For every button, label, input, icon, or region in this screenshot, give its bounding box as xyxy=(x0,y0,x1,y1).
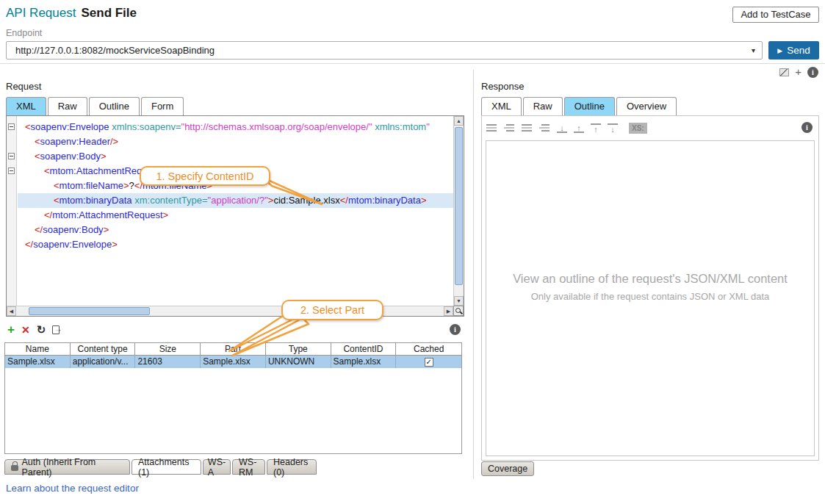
endpoint-label: Endpoint xyxy=(6,28,42,38)
code-token: < xyxy=(35,151,40,162)
delete-attachment-icon[interactable]: ✕ xyxy=(21,324,30,336)
horizontal-scrollbar-thumb[interactable] xyxy=(29,307,150,315)
code-token: < xyxy=(54,180,60,191)
code-token: < xyxy=(25,121,31,132)
vertical-scrollbar[interactable]: ▲ ▼ xyxy=(453,116,464,306)
code-token: soapenv:Header xyxy=(40,136,110,147)
code-line: <soapenv:Header/> xyxy=(18,134,453,149)
outline-lines-indent-icon[interactable] xyxy=(504,123,515,132)
code-token: /> xyxy=(110,136,118,147)
zoom-corner-button[interactable] xyxy=(453,306,464,316)
code-token: soapenv:Body xyxy=(43,224,103,235)
export-attachment-icon[interactable] xyxy=(52,325,60,334)
code-token: > xyxy=(104,224,109,235)
tab-headers[interactable]: Headers (0) xyxy=(267,459,317,475)
scroll-right-icon[interactable]: ▶ xyxy=(444,306,453,316)
magnifier-icon xyxy=(455,308,462,314)
tab-raw[interactable]: Raw xyxy=(48,97,87,115)
tab-attachments[interactable]: Attachments (1) xyxy=(132,459,201,475)
fold-toggle-icon[interactable] xyxy=(8,168,15,174)
code-token: " xyxy=(426,121,430,132)
fold-margin xyxy=(7,116,17,306)
header-divider xyxy=(0,63,825,64)
collapse-up-icon[interactable]: ↑ xyxy=(574,123,584,133)
cell-content-type: application/v... xyxy=(71,356,136,368)
request-editor-window: API RequestSend File Add to TestCase End… xyxy=(0,0,825,504)
code-token: xmlns:mtom xyxy=(375,121,426,132)
tab-outline[interactable]: Outline xyxy=(89,97,140,115)
scroll-left-icon[interactable]: ◀ xyxy=(7,306,16,316)
code-token: soapenv:Body xyxy=(40,151,101,162)
expand-down-icon[interactable]: ↓ xyxy=(557,123,567,133)
scroll-up-icon[interactable]: ▲ xyxy=(454,116,464,126)
outline-lines-full-icon[interactable] xyxy=(522,123,533,132)
tab-auth-label: Auth (Inherit From Parent) xyxy=(22,457,123,478)
request-header-icons: + xyxy=(770,66,818,78)
code-line: <soapenv:Body> xyxy=(18,149,453,164)
xml-code-lines[interactable]: <soapenv:Envelope xmlns:soapenv="http://… xyxy=(18,116,453,306)
tab-form[interactable]: Form xyxy=(141,97,184,115)
add-attachment-icon[interactable]: + xyxy=(7,324,15,336)
code-token: ? xyxy=(129,180,134,191)
resp-tab-raw[interactable]: Raw xyxy=(523,97,563,115)
tab-xml[interactable]: XML xyxy=(6,97,46,115)
add-to-testcase-button[interactable]: Add to TestCase xyxy=(732,7,819,23)
xs-toggle[interactable]: XS: xyxy=(629,123,647,134)
resp-tab-overview[interactable]: Overview xyxy=(616,97,677,115)
code-token: > xyxy=(112,239,118,250)
callout-specify-contentid: 1. Specify ContentID xyxy=(140,166,270,186)
code-token: "http://schemas.xmlsoap.org/soap/envelop… xyxy=(181,121,372,132)
code-token: < xyxy=(35,136,40,147)
col-name[interactable]: Name xyxy=(5,343,71,356)
outline-lines-icon[interactable] xyxy=(486,123,497,132)
tab-coverage[interactable]: Coverage xyxy=(481,461,534,476)
tab-ws-a[interactable]: WS-A xyxy=(203,459,231,475)
fold-toggle-icon[interactable] xyxy=(8,123,15,130)
vertical-scrollbar-thumb[interactable] xyxy=(455,127,463,285)
code-line: <soapenv:Envelope xmlns:soapenv="http://… xyxy=(18,120,453,134)
panel-divider xyxy=(473,70,474,479)
request-tabbar: XML Raw Outline Form xyxy=(6,97,184,115)
fold-toggle-icon[interactable] xyxy=(8,153,15,159)
cached-checkbox[interactable]: ✓ xyxy=(425,358,433,367)
empty-state-subtitle: Only available if the request contains J… xyxy=(486,291,814,302)
response-info-icon[interactable] xyxy=(801,122,813,133)
col-cached[interactable]: Cached xyxy=(396,343,461,356)
send-button[interactable]: ▶ Send xyxy=(768,41,819,60)
learn-link[interactable]: Learn about the request editor xyxy=(6,483,139,494)
code-line: </soapenv:Envelope> xyxy=(18,237,453,252)
code-token: mtom:binaryData xyxy=(60,195,132,206)
outline-toolbar: ↓ ↑ ↑ ↓ XS: xyxy=(486,121,647,134)
play-icon: ▶ xyxy=(777,47,782,54)
send-label: Send xyxy=(787,45,810,56)
callout-select-part: 2. Select Part xyxy=(281,300,383,320)
move-top-icon[interactable]: ↑ xyxy=(591,123,601,133)
col-size[interactable]: Size xyxy=(135,343,201,356)
move-bottom-icon[interactable]: ↓ xyxy=(608,123,618,133)
page-title: API RequestSend File xyxy=(6,6,137,21)
chevron-down-icon[interactable]: ▾ xyxy=(752,42,755,59)
endpoint-value: http://127.0.0.1:8082/mockServiceSoapBin… xyxy=(15,45,215,56)
scroll-down-icon[interactable]: ▼ xyxy=(454,296,464,306)
code-token: </ xyxy=(340,195,348,206)
reload-attachment-icon[interactable]: ↻ xyxy=(37,324,46,336)
request-name: Send File xyxy=(81,6,137,20)
endpoint-combobox[interactable]: http://127.0.0.1:8082/mockServiceSoapBin… xyxy=(6,41,763,60)
cell-size: 21603 xyxy=(135,356,201,368)
tab-auth[interactable]: Auth (Inherit From Parent) xyxy=(4,459,130,475)
attachments-info-icon[interactable] xyxy=(450,324,461,335)
panel-options-icon[interactable] xyxy=(779,68,789,76)
code-token: soapenv:Envelope xyxy=(31,121,109,132)
code-line: <mtom:binaryData xm:contentType="applica… xyxy=(18,193,453,208)
code-token: mtom:binaryData xyxy=(348,195,421,206)
code-token: > xyxy=(163,209,169,220)
outline-lines-alt-icon[interactable] xyxy=(539,123,550,132)
info-icon[interactable] xyxy=(807,67,818,78)
tab-ws-rm[interactable]: WS-RM xyxy=(232,459,265,475)
resp-tab-xml[interactable]: XML xyxy=(481,97,522,115)
code-token: > xyxy=(421,195,427,206)
plus-icon[interactable]: + xyxy=(795,67,801,77)
col-content-type[interactable]: Content type xyxy=(71,343,136,356)
xml-editor[interactable]: <soapenv:Envelope xmlns:soapenv="http://… xyxy=(6,115,464,317)
resp-tab-outline[interactable]: Outline xyxy=(564,97,615,115)
